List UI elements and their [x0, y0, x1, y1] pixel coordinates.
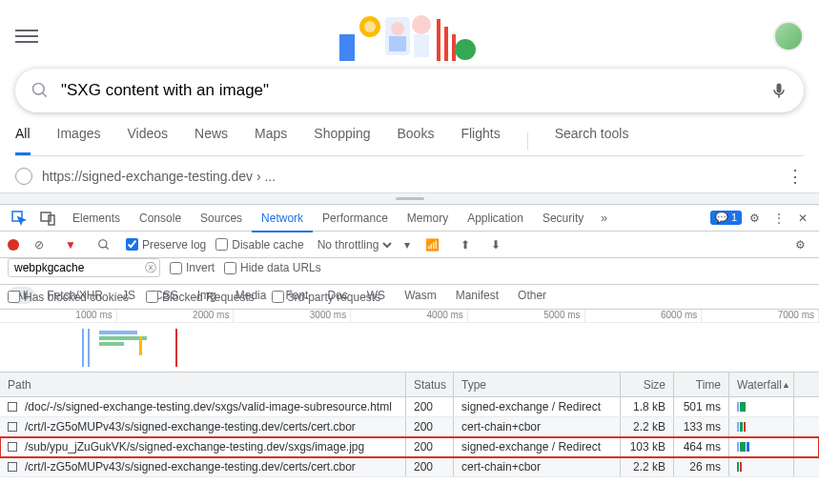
hide-data-urls-checkbox[interactable]: Hide data URLs	[224, 261, 321, 274]
timeline-tick: 6000 ms	[585, 310, 703, 322]
network-request-row[interactable]: /sub/ypu_jZuGukVK/s/signed-exchange-test…	[0, 437, 819, 457]
timeline-tick: 7000 ms	[702, 310, 819, 322]
record-button[interactable]	[8, 239, 19, 251]
blocked-cookies-checkbox[interactable]: Has blocked cookies	[8, 291, 129, 304]
more-panels-icon[interactable]: »	[595, 208, 613, 229]
svg-rect-14	[777, 84, 782, 93]
clear-filter-icon[interactable]: ⓧ	[145, 260, 156, 276]
table-header: Path Status Type Size Time Waterfall ▲	[0, 373, 819, 397]
svg-point-12	[33, 84, 45, 95]
network-request-row[interactable]: /crt/l-zG5oMUPv43/s/signed-exchange-test…	[0, 417, 819, 437]
search-tabs: AllImagesVideosNewsMapsShoppingBooksFlig…	[15, 112, 804, 156]
close-devtools-icon[interactable]: ✕	[792, 208, 813, 229]
upload-har-icon[interactable]: ⬆	[455, 234, 476, 255]
settings-gear-icon[interactable]: ⚙	[744, 208, 766, 229]
network-conditions-icon[interactable]: 📶	[420, 234, 445, 255]
svg-rect-0	[339, 34, 355, 61]
col-path[interactable]: Path	[0, 373, 406, 396]
clear-button[interactable]: ⊘	[29, 234, 50, 255]
svg-point-4	[391, 22, 404, 35]
svg-rect-8	[437, 19, 440, 61]
search-tools-tab[interactable]: Search tools	[555, 126, 629, 155]
svg-rect-17	[49, 215, 54, 225]
devtools-panel-tabs: ElementsConsoleSourcesNetworkPerformance…	[0, 205, 819, 232]
col-waterfall[interactable]: Waterfall ▲	[729, 373, 794, 396]
google-doodle-logo[interactable]	[50, 8, 762, 65]
inspect-element-icon[interactable]	[6, 207, 32, 230]
result-url[interactable]: https://signed-exchange-testing.dev › ..…	[42, 169, 276, 184]
search-tab-books[interactable]: Books	[397, 126, 434, 155]
throttling-select[interactable]: No throttling	[314, 237, 395, 252]
invert-checkbox[interactable]: Invert	[170, 261, 215, 274]
filter-type-wasm[interactable]: Wasm	[397, 287, 444, 304]
svg-point-2	[364, 21, 376, 32]
svg-rect-5	[389, 36, 406, 51]
svg-point-6	[412, 15, 431, 34]
search-input[interactable]	[61, 81, 769, 100]
devtools-panel-application[interactable]: Application	[458, 206, 533, 231]
search-bar	[15, 69, 804, 112]
microphone-icon[interactable]	[769, 81, 788, 100]
third-party-checkbox[interactable]: 3rd-party requests	[272, 291, 380, 304]
globe-icon	[15, 168, 32, 185]
filter-type-other[interactable]: Other	[510, 287, 554, 304]
issues-badge[interactable]: 💬 1	[710, 211, 742, 225]
preserve-log-checkbox[interactable]: Preserve log	[126, 238, 206, 252]
disable-cache-checkbox[interactable]: Disable cache	[215, 238, 303, 252]
timeline-tick: 3000 ms	[234, 310, 351, 322]
devtools-drag-handle[interactable]	[0, 192, 819, 204]
search-tab-all[interactable]: All	[15, 126, 31, 155]
filter-icon[interactable]: ▼	[59, 234, 82, 255]
svg-point-11	[455, 39, 476, 60]
hamburger-menu-icon[interactable]	[15, 26, 38, 47]
svg-line-13	[43, 93, 47, 97]
col-time[interactable]: Time	[674, 373, 729, 396]
search-tab-news[interactable]: News	[195, 126, 228, 155]
devtools-panel-elements[interactable]: Elements	[63, 206, 130, 231]
network-timeline[interactable]: 1000 ms2000 ms3000 ms4000 ms5000 ms6000 …	[0, 310, 819, 373]
search-tab-videos[interactable]: Videos	[127, 126, 168, 155]
search-tab-images[interactable]: Images	[57, 126, 101, 155]
search-result: https://signed-exchange-testing.dev › ..…	[15, 156, 804, 192]
svg-rect-9	[444, 27, 448, 61]
svg-line-19	[106, 246, 109, 249]
search-icon	[31, 81, 50, 100]
network-request-row[interactable]: /crt/l-zG5oMUPv43/s/signed-exchange-test…	[0, 457, 819, 477]
col-type[interactable]: Type	[454, 373, 621, 396]
more-options-icon[interactable]: ⋮	[787, 166, 804, 187]
col-status[interactable]: Status	[406, 373, 454, 396]
network-requests-table: Path Status Type Size Time Waterfall ▲ /…	[0, 373, 819, 477]
kebab-menu-icon[interactable]: ⋮	[768, 208, 790, 229]
network-filter-bar: ⓧ Invert Hide data URLs AllFetch/XHRJSCS…	[0, 258, 819, 285]
timeline-tick: 5000 ms	[468, 310, 585, 322]
devtools-panel-performance[interactable]: Performance	[313, 206, 398, 231]
search-network-icon[interactable]	[92, 234, 116, 255]
svg-point-18	[99, 239, 107, 247]
search-tab-maps[interactable]: Maps	[255, 126, 287, 155]
network-settings-icon[interactable]: ⚙	[789, 234, 811, 255]
devtools-panel-security[interactable]: Security	[533, 206, 593, 231]
blocked-requests-checkbox[interactable]: Blocked Requests	[146, 291, 255, 304]
network-request-row[interactable]: /doc/-/s/signed-exchange-testing.dev/sxg…	[0, 397, 819, 417]
device-toolbar-icon[interactable]	[34, 207, 61, 230]
timeline-tick: 2000 ms	[117, 310, 235, 322]
devtools-panel-memory[interactable]: Memory	[398, 206, 458, 231]
filter-type-manifest[interactable]: Manifest	[448, 287, 506, 304]
col-size[interactable]: Size	[621, 373, 674, 396]
timeline-tick: 4000 ms	[351, 310, 468, 322]
search-tab-flights[interactable]: Flights	[461, 126, 500, 155]
download-har-icon[interactable]: ⬇	[485, 234, 506, 255]
devtools-panel-network[interactable]: Network	[252, 206, 313, 232]
filter-input[interactable]	[8, 258, 160, 277]
network-toolbar: ⊘ ▼ Preserve log Disable cache No thrott…	[0, 232, 819, 258]
user-avatar[interactable]	[773, 21, 804, 51]
devtools-panel-console[interactable]: Console	[130, 206, 191, 231]
svg-rect-7	[414, 34, 429, 57]
devtools-panel-sources[interactable]: Sources	[191, 206, 252, 231]
timeline-tick: 1000 ms	[0, 310, 117, 322]
search-tab-shopping[interactable]: Shopping	[314, 126, 370, 155]
